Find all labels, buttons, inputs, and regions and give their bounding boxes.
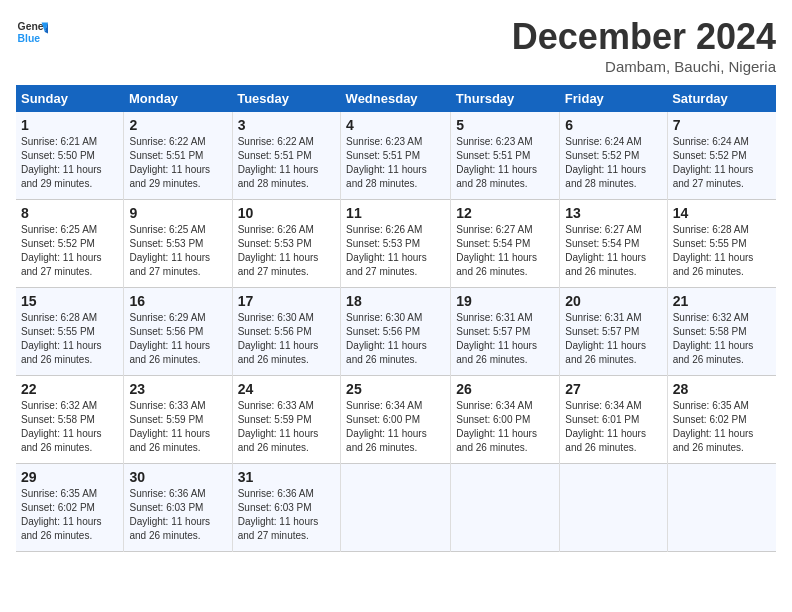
day-info: Sunrise: 6:29 AM Sunset: 5:56 PM Dayligh… xyxy=(129,311,226,367)
calendar-cell: 20Sunrise: 6:31 AM Sunset: 5:57 PM Dayli… xyxy=(560,288,667,376)
day-number: 26 xyxy=(456,381,554,397)
day-info: Sunrise: 6:32 AM Sunset: 5:58 PM Dayligh… xyxy=(673,311,771,367)
day-number: 12 xyxy=(456,205,554,221)
week-row-3: 15Sunrise: 6:28 AM Sunset: 5:55 PM Dayli… xyxy=(16,288,776,376)
day-number: 30 xyxy=(129,469,226,485)
column-header-monday: Monday xyxy=(124,85,232,112)
calendar-cell: 25Sunrise: 6:34 AM Sunset: 6:00 PM Dayli… xyxy=(341,376,451,464)
day-info: Sunrise: 6:33 AM Sunset: 5:59 PM Dayligh… xyxy=(238,399,335,455)
calendar-table: SundayMondayTuesdayWednesdayThursdayFrid… xyxy=(16,85,776,552)
location-subtitle: Dambam, Bauchi, Nigeria xyxy=(512,58,776,75)
calendar-cell: 10Sunrise: 6:26 AM Sunset: 5:53 PM Dayli… xyxy=(232,200,340,288)
title-block: December 2024 Dambam, Bauchi, Nigeria xyxy=(512,16,776,75)
calendar-cell: 2Sunrise: 6:22 AM Sunset: 5:51 PM Daylig… xyxy=(124,112,232,200)
calendar-cell: 29Sunrise: 6:35 AM Sunset: 6:02 PM Dayli… xyxy=(16,464,124,552)
calendar-cell: 5Sunrise: 6:23 AM Sunset: 5:51 PM Daylig… xyxy=(451,112,560,200)
calendar-cell: 7Sunrise: 6:24 AM Sunset: 5:52 PM Daylig… xyxy=(667,112,776,200)
day-number: 22 xyxy=(21,381,118,397)
day-info: Sunrise: 6:27 AM Sunset: 5:54 PM Dayligh… xyxy=(456,223,554,279)
calendar-cell: 15Sunrise: 6:28 AM Sunset: 5:55 PM Dayli… xyxy=(16,288,124,376)
column-header-thursday: Thursday xyxy=(451,85,560,112)
calendar-cell: 14Sunrise: 6:28 AM Sunset: 5:55 PM Dayli… xyxy=(667,200,776,288)
day-number: 1 xyxy=(21,117,118,133)
column-header-tuesday: Tuesday xyxy=(232,85,340,112)
day-info: Sunrise: 6:35 AM Sunset: 6:02 PM Dayligh… xyxy=(673,399,771,455)
day-info: Sunrise: 6:34 AM Sunset: 6:01 PM Dayligh… xyxy=(565,399,661,455)
calendar-cell: 19Sunrise: 6:31 AM Sunset: 5:57 PM Dayli… xyxy=(451,288,560,376)
day-info: Sunrise: 6:25 AM Sunset: 5:53 PM Dayligh… xyxy=(129,223,226,279)
column-header-sunday: Sunday xyxy=(16,85,124,112)
day-info: Sunrise: 6:24 AM Sunset: 5:52 PM Dayligh… xyxy=(565,135,661,191)
logo-icon: General Blue xyxy=(16,16,48,48)
day-info: Sunrise: 6:26 AM Sunset: 5:53 PM Dayligh… xyxy=(346,223,445,279)
day-number: 25 xyxy=(346,381,445,397)
calendar-cell: 26Sunrise: 6:34 AM Sunset: 6:00 PM Dayli… xyxy=(451,376,560,464)
day-number: 17 xyxy=(238,293,335,309)
day-info: Sunrise: 6:23 AM Sunset: 5:51 PM Dayligh… xyxy=(346,135,445,191)
week-row-2: 8Sunrise: 6:25 AM Sunset: 5:52 PM Daylig… xyxy=(16,200,776,288)
day-info: Sunrise: 6:25 AM Sunset: 5:52 PM Dayligh… xyxy=(21,223,118,279)
day-number: 8 xyxy=(21,205,118,221)
day-info: Sunrise: 6:33 AM Sunset: 5:59 PM Dayligh… xyxy=(129,399,226,455)
calendar-cell: 18Sunrise: 6:30 AM Sunset: 5:56 PM Dayli… xyxy=(341,288,451,376)
calendar-cell: 11Sunrise: 6:26 AM Sunset: 5:53 PM Dayli… xyxy=(341,200,451,288)
column-header-saturday: Saturday xyxy=(667,85,776,112)
day-info: Sunrise: 6:30 AM Sunset: 5:56 PM Dayligh… xyxy=(346,311,445,367)
day-info: Sunrise: 6:24 AM Sunset: 5:52 PM Dayligh… xyxy=(673,135,771,191)
calendar-cell xyxy=(560,464,667,552)
day-number: 15 xyxy=(21,293,118,309)
day-number: 6 xyxy=(565,117,661,133)
day-number: 24 xyxy=(238,381,335,397)
day-number: 4 xyxy=(346,117,445,133)
calendar-cell: 8Sunrise: 6:25 AM Sunset: 5:52 PM Daylig… xyxy=(16,200,124,288)
day-number: 31 xyxy=(238,469,335,485)
day-info: Sunrise: 6:28 AM Sunset: 5:55 PM Dayligh… xyxy=(673,223,771,279)
calendar-cell xyxy=(667,464,776,552)
day-info: Sunrise: 6:34 AM Sunset: 6:00 PM Dayligh… xyxy=(456,399,554,455)
calendar-cell: 12Sunrise: 6:27 AM Sunset: 5:54 PM Dayli… xyxy=(451,200,560,288)
day-info: Sunrise: 6:27 AM Sunset: 5:54 PM Dayligh… xyxy=(565,223,661,279)
calendar-cell: 22Sunrise: 6:32 AM Sunset: 5:58 PM Dayli… xyxy=(16,376,124,464)
calendar-cell: 13Sunrise: 6:27 AM Sunset: 5:54 PM Dayli… xyxy=(560,200,667,288)
day-number: 14 xyxy=(673,205,771,221)
calendar-cell: 27Sunrise: 6:34 AM Sunset: 6:01 PM Dayli… xyxy=(560,376,667,464)
calendar-cell: 24Sunrise: 6:33 AM Sunset: 5:59 PM Dayli… xyxy=(232,376,340,464)
calendar-cell: 16Sunrise: 6:29 AM Sunset: 5:56 PM Dayli… xyxy=(124,288,232,376)
calendar-cell: 30Sunrise: 6:36 AM Sunset: 6:03 PM Dayli… xyxy=(124,464,232,552)
day-number: 5 xyxy=(456,117,554,133)
day-info: Sunrise: 6:35 AM Sunset: 6:02 PM Dayligh… xyxy=(21,487,118,543)
day-number: 13 xyxy=(565,205,661,221)
calendar-cell: 23Sunrise: 6:33 AM Sunset: 5:59 PM Dayli… xyxy=(124,376,232,464)
month-title: December 2024 xyxy=(512,16,776,58)
day-info: Sunrise: 6:22 AM Sunset: 5:51 PM Dayligh… xyxy=(129,135,226,191)
day-number: 19 xyxy=(456,293,554,309)
day-number: 23 xyxy=(129,381,226,397)
day-info: Sunrise: 6:31 AM Sunset: 5:57 PM Dayligh… xyxy=(565,311,661,367)
day-number: 10 xyxy=(238,205,335,221)
day-info: Sunrise: 6:28 AM Sunset: 5:55 PM Dayligh… xyxy=(21,311,118,367)
day-info: Sunrise: 6:30 AM Sunset: 5:56 PM Dayligh… xyxy=(238,311,335,367)
day-info: Sunrise: 6:36 AM Sunset: 6:03 PM Dayligh… xyxy=(129,487,226,543)
calendar-cell: 17Sunrise: 6:30 AM Sunset: 5:56 PM Dayli… xyxy=(232,288,340,376)
calendar-cell: 31Sunrise: 6:36 AM Sunset: 6:03 PM Dayli… xyxy=(232,464,340,552)
calendar-header: SundayMondayTuesdayWednesdayThursdayFrid… xyxy=(16,85,776,112)
day-number: 9 xyxy=(129,205,226,221)
week-row-1: 1Sunrise: 6:21 AM Sunset: 5:50 PM Daylig… xyxy=(16,112,776,200)
calendar-cell: 21Sunrise: 6:32 AM Sunset: 5:58 PM Dayli… xyxy=(667,288,776,376)
page-header: General Blue December 2024 Dambam, Bauch… xyxy=(16,16,776,75)
day-number: 3 xyxy=(238,117,335,133)
day-number: 18 xyxy=(346,293,445,309)
calendar-cell: 1Sunrise: 6:21 AM Sunset: 5:50 PM Daylig… xyxy=(16,112,124,200)
day-number: 29 xyxy=(21,469,118,485)
column-header-wednesday: Wednesday xyxy=(341,85,451,112)
day-number: 16 xyxy=(129,293,226,309)
calendar-cell: 3Sunrise: 6:22 AM Sunset: 5:51 PM Daylig… xyxy=(232,112,340,200)
day-number: 27 xyxy=(565,381,661,397)
week-row-5: 29Sunrise: 6:35 AM Sunset: 6:02 PM Dayli… xyxy=(16,464,776,552)
day-number: 11 xyxy=(346,205,445,221)
calendar-cell: 4Sunrise: 6:23 AM Sunset: 5:51 PM Daylig… xyxy=(341,112,451,200)
day-info: Sunrise: 6:34 AM Sunset: 6:00 PM Dayligh… xyxy=(346,399,445,455)
week-row-4: 22Sunrise: 6:32 AM Sunset: 5:58 PM Dayli… xyxy=(16,376,776,464)
day-number: 21 xyxy=(673,293,771,309)
day-number: 2 xyxy=(129,117,226,133)
